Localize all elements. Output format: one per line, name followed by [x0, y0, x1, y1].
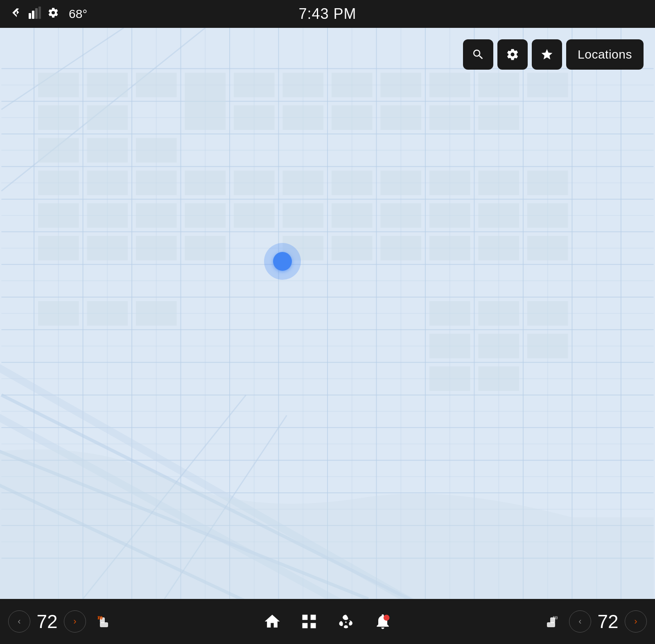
locations-label: Locations — [578, 48, 632, 61]
right-arrow-next-icon: › — [634, 616, 637, 627]
status-time: 7:43 PM — [298, 5, 356, 23]
location-dot — [264, 243, 301, 280]
svg-rect-91 — [478, 105, 519, 130]
status-bar: 68° 7:43 PM — [0, 0, 655, 28]
svg-rect-73 — [38, 105, 79, 130]
bottom-bar: ‹ 72 › — [0, 599, 655, 644]
svg-rect-105 — [136, 203, 177, 228]
svg-rect-119 — [332, 236, 373, 261]
svg-rect-76 — [87, 138, 128, 163]
left-temp-section: ‹ 72 › — [8, 605, 121, 638]
svg-rect-93 — [87, 171, 128, 195]
svg-point-137 — [384, 615, 390, 621]
map-svg — [0, 28, 655, 599]
left-temperature: 72 — [33, 610, 61, 633]
svg-rect-72 — [136, 73, 177, 98]
locations-button[interactable]: Locations — [566, 39, 644, 70]
right-arrow-prev-icon: ‹ — [578, 616, 581, 627]
svg-rect-101 — [478, 171, 519, 195]
svg-rect-112 — [478, 203, 519, 228]
svg-rect-130 — [429, 334, 470, 358]
svg-rect-74 — [87, 105, 128, 130]
svg-rect-124 — [38, 301, 79, 326]
svg-rect-125 — [87, 301, 128, 326]
svg-rect-84 — [478, 73, 519, 98]
svg-rect-81 — [332, 73, 373, 98]
svg-rect-1 — [32, 11, 34, 19]
svg-rect-77 — [136, 138, 177, 163]
svg-rect-70 — [38, 73, 79, 98]
svg-rect-115 — [87, 236, 128, 261]
notification-nav-button[interactable] — [366, 605, 399, 638]
svg-rect-79 — [234, 73, 275, 98]
svg-rect-97 — [282, 171, 323, 195]
map-area[interactable]: Locations — [0, 28, 655, 599]
svg-rect-133 — [429, 366, 470, 391]
heat-seat-right-icon[interactable] — [534, 605, 567, 638]
heat-seat-left-icon[interactable] — [88, 605, 121, 638]
svg-rect-126 — [136, 301, 177, 326]
svg-rect-106 — [185, 203, 226, 228]
left-arrow-next-icon: › — [73, 616, 76, 627]
svg-rect-0 — [29, 13, 31, 19]
svg-rect-128 — [478, 301, 519, 326]
svg-rect-88 — [332, 105, 373, 130]
svg-rect-96 — [234, 171, 275, 195]
svg-rect-116 — [136, 236, 177, 261]
settings-button[interactable] — [497, 39, 528, 70]
svg-rect-131 — [478, 334, 519, 358]
svg-rect-100 — [429, 171, 470, 195]
svg-rect-92 — [38, 171, 79, 195]
svg-rect-3 — [38, 7, 41, 19]
svg-rect-121 — [429, 236, 470, 261]
svg-rect-87 — [282, 105, 323, 130]
favorites-button[interactable] — [532, 39, 562, 70]
status-settings-icon — [47, 7, 59, 21]
search-button[interactable] — [463, 39, 493, 70]
svg-rect-80 — [282, 73, 323, 98]
svg-rect-139 — [550, 617, 555, 623]
right-temp-decrease-button[interactable]: ‹ — [569, 610, 591, 633]
apps-nav-button[interactable] — [293, 605, 325, 638]
svg-rect-90 — [429, 105, 470, 130]
svg-rect-78 — [185, 73, 226, 130]
right-temperature: 72 — [594, 610, 622, 633]
map-toolbar: Locations — [463, 39, 644, 70]
svg-rect-132 — [527, 334, 568, 358]
right-temp-increase-button[interactable]: › — [625, 610, 647, 633]
svg-rect-99 — [380, 171, 421, 195]
signal-icon — [29, 7, 41, 22]
svg-rect-104 — [87, 203, 128, 228]
svg-rect-120 — [380, 236, 421, 261]
right-temp-section: ‹ 72 › — [534, 605, 647, 638]
svg-rect-83 — [429, 73, 470, 98]
svg-rect-71 — [87, 73, 128, 98]
svg-rect-117 — [185, 236, 226, 261]
svg-rect-109 — [332, 203, 373, 228]
svg-rect-134 — [478, 366, 519, 391]
svg-rect-102 — [527, 171, 568, 195]
svg-rect-85 — [527, 73, 568, 98]
left-temp-decrease-button[interactable]: ‹ — [8, 610, 30, 633]
svg-rect-94 — [136, 171, 177, 195]
left-arrow-prev-icon: ‹ — [18, 616, 20, 627]
fan-nav-button[interactable] — [330, 605, 362, 638]
svg-rect-108 — [282, 203, 323, 228]
nav-icons-center — [256, 605, 399, 638]
svg-rect-113 — [527, 203, 568, 228]
svg-rect-129 — [527, 301, 568, 326]
status-temperature: 68° — [69, 7, 87, 21]
location-dot-inner — [273, 252, 292, 271]
location-dot-outer — [264, 243, 301, 280]
svg-rect-123 — [527, 236, 568, 261]
svg-rect-110 — [380, 203, 421, 228]
home-nav-button[interactable] — [256, 605, 289, 638]
svg-rect-103 — [38, 203, 79, 228]
svg-rect-89 — [380, 105, 421, 130]
svg-rect-82 — [380, 73, 421, 98]
bluetooth-icon — [11, 6, 22, 23]
svg-rect-114 — [38, 236, 79, 261]
svg-rect-98 — [332, 171, 373, 195]
status-left: 68° — [11, 6, 87, 23]
left-temp-increase-button[interactable]: › — [64, 610, 86, 633]
